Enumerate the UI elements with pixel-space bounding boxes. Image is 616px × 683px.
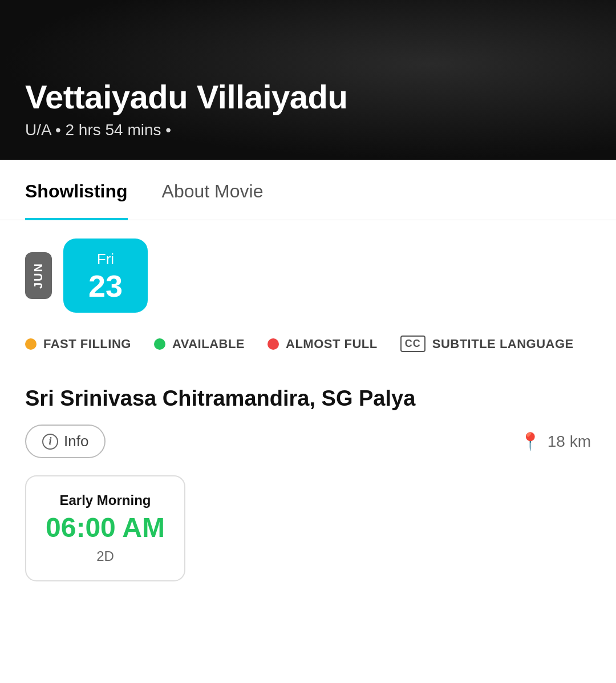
legend-almost-full: ALMOST FULL xyxy=(268,337,378,351)
info-label: Info xyxy=(64,433,88,450)
legend-fast-filling: FAST FILLING xyxy=(25,337,131,351)
info-icon: i xyxy=(42,434,58,450)
showtime-period-label: Early Morning xyxy=(59,492,151,508)
tabs-bar: Showlisting About Movie xyxy=(0,164,616,220)
info-button[interactable]: i Info xyxy=(25,425,106,458)
showtime-time: 06:00 AM xyxy=(46,514,165,541)
venue-actions: i Info 📍 18 km xyxy=(25,425,591,458)
legend-available: AVAILABLE xyxy=(154,337,245,351)
location-pin-icon: 📍 xyxy=(520,431,541,451)
tab-about-movie[interactable]: About Movie xyxy=(162,165,264,220)
almost-full-dot xyxy=(268,338,279,350)
showtime-card-0[interactable]: Early Morning 06:00 AM 2D xyxy=(25,475,185,581)
day-number: 23 xyxy=(88,270,123,301)
availability-legend: FAST FILLING AVAILABLE ALMOST FULL CC SU… xyxy=(0,326,616,370)
distance-display: 📍 18 km xyxy=(520,431,591,451)
date-chip-fri23[interactable]: Fri 23 xyxy=(63,239,148,313)
month-label: JUN xyxy=(25,252,52,299)
distance-value: 18 km xyxy=(548,433,591,451)
venue-section: Sri Srinivasa Chitramandira, SG Palya i … xyxy=(0,370,616,593)
showtime-format: 2D xyxy=(96,548,114,564)
legend-subtitle: CC SUBTITLE LANGUAGE xyxy=(400,336,574,352)
date-section: JUN Fri 23 xyxy=(0,220,616,326)
available-dot xyxy=(154,338,165,350)
tab-showlisting[interactable]: Showlisting xyxy=(25,165,128,220)
showtime-list: Early Morning 06:00 AM 2D xyxy=(25,475,591,581)
hero-section: Vettaiyadu Villaiyadu U/A • 2 hrs 54 min… xyxy=(0,0,616,160)
cc-icon: CC xyxy=(400,336,425,352)
venue-name: Sri Srinivasa Chitramandira, SG Palya xyxy=(25,386,591,411)
fast-filling-dot xyxy=(25,338,37,350)
movie-title: Vettaiyadu Villaiyadu xyxy=(25,79,591,115)
movie-meta: U/A • 2 hrs 54 mins • xyxy=(25,121,591,139)
day-name: Fri xyxy=(97,250,114,268)
